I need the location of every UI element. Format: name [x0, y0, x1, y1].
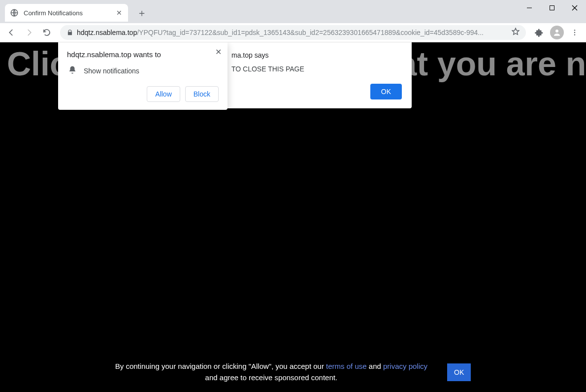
- globe-icon: [10, 8, 19, 17]
- toolbar: hdqtz.nsablema.top/YPQFU?tag_id=737122&s…: [0, 23, 586, 42]
- terms-of-use-link[interactable]: terms of use: [326, 362, 367, 370]
- alert-title: ma.top says: [231, 51, 402, 59]
- new-tab-button[interactable]: ＋: [135, 6, 149, 20]
- alert-message: TO CLOSE THIS PAGE: [231, 65, 402, 73]
- maximize-button[interactable]: [541, 0, 563, 16]
- permission-capability-label: Show notifications: [84, 67, 139, 75]
- svg-point-7: [574, 32, 575, 33]
- lock-icon: [66, 29, 74, 36]
- avatar-icon: [550, 26, 564, 39]
- profile-avatar[interactable]: [550, 25, 564, 40]
- minimize-button[interactable]: [518, 0, 541, 16]
- cookie-and: and: [367, 362, 383, 370]
- permission-popup: ✕ hdqtz.nsablema.top wants to Show notif…: [58, 42, 228, 110]
- back-button[interactable]: [4, 25, 19, 40]
- svg-point-5: [555, 30, 558, 33]
- extensions-icon[interactable]: [532, 25, 547, 40]
- url-text: hdqtz.nsablema.top/YPQFU?tag_id=737122&s…: [77, 29, 508, 36]
- permission-verb: wants to: [133, 50, 161, 59]
- window-controls: [518, 0, 586, 16]
- bookmark-star-icon[interactable]: [511, 27, 520, 38]
- block-button[interactable]: Block: [185, 86, 219, 102]
- tab-title: Confirm Notifications: [24, 9, 115, 17]
- bell-icon: [68, 65, 77, 76]
- alert-site-suffix: ma.top: [231, 51, 253, 59]
- privacy-policy-link[interactable]: privacy policy: [383, 362, 427, 370]
- cookie-ok-button[interactable]: OK: [447, 363, 471, 381]
- menu-button[interactable]: [567, 25, 582, 40]
- cookie-bar: By continuing your navigation or clickin…: [0, 361, 586, 383]
- url-path: /YPQFU?tag_id=737122&sub_id1=pdsk_136514…: [137, 29, 484, 36]
- svg-rect-2: [550, 6, 554, 10]
- alert-buttons: OK: [231, 84, 402, 99]
- page-content: Click Allow to confirm that you are not …: [0, 42, 586, 392]
- permission-buttons: Allow Block: [67, 86, 219, 102]
- address-bar[interactable]: hdqtz.nsablema.top/YPQFU?tag_id=737122&s…: [60, 25, 526, 40]
- js-alert: ma.top says TO CLOSE THIS PAGE OK: [222, 42, 412, 108]
- titlebar: Confirm Notifications ✕ ＋: [0, 0, 586, 23]
- cookie-text: By continuing your navigation or clickin…: [115, 361, 427, 383]
- cookie-line1-prefix: By continuing your navigation or clickin…: [115, 362, 326, 370]
- permission-capability-row: Show notifications: [68, 65, 219, 76]
- browser-tab[interactable]: Confirm Notifications ✕: [5, 4, 128, 22]
- reload-button[interactable]: [39, 25, 54, 40]
- cookie-line2: and agree to receive sponsored content.: [205, 373, 338, 382]
- close-window-button[interactable]: [563, 0, 586, 16]
- url-domain: hdqtz.nsablema.top: [77, 29, 137, 36]
- tab-close-icon[interactable]: ✕: [115, 9, 123, 17]
- alert-ok-button[interactable]: OK: [370, 84, 402, 99]
- alert-says: says: [255, 51, 269, 59]
- svg-point-8: [574, 34, 575, 35]
- permission-close-icon[interactable]: ✕: [215, 47, 222, 57]
- permission-site: hdqtz.nsablema.top: [67, 50, 131, 59]
- svg-point-6: [574, 30, 575, 31]
- allow-button[interactable]: Allow: [147, 86, 180, 102]
- permission-title: hdqtz.nsablema.top wants to: [67, 50, 219, 59]
- forward-button[interactable]: [22, 25, 36, 40]
